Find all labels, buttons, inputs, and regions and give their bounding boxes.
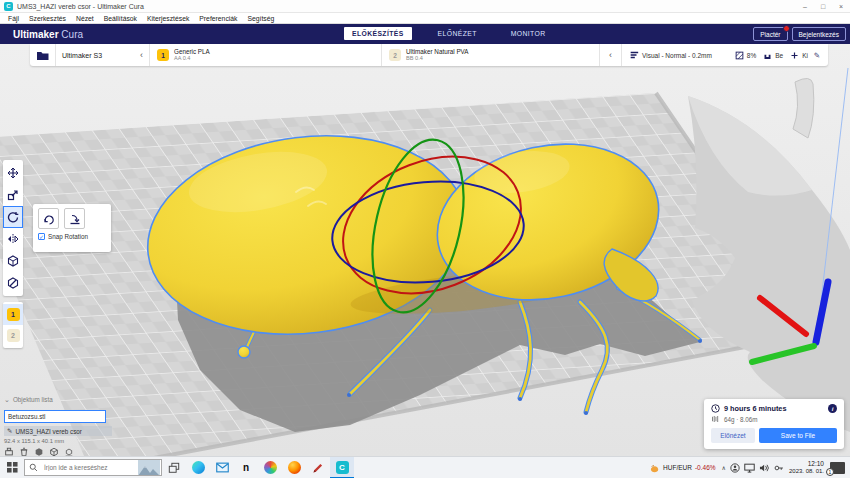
color-sphere-icon: [264, 461, 277, 474]
model-rename-input[interactable]: [4, 410, 106, 423]
support-blocker-icon: [7, 277, 19, 289]
move-tool-button[interactable]: [3, 162, 23, 184]
tab-prepare[interactable]: ELŐKÉSZÍTÉS: [344, 27, 412, 40]
extruder-1-selector[interactable]: 1 Generic PLA AA 0.4: [150, 44, 382, 66]
notification-center-button[interactable]: 1: [830, 462, 845, 474]
snap-rotation-checkbox[interactable]: ✓: [38, 233, 45, 240]
sign-in-button[interactable]: Bejelentkezés: [792, 27, 846, 41]
info-icon[interactable]: i: [828, 404, 837, 413]
selected-model-name: UMS3_HAZI vereb csor: [15, 428, 82, 435]
reset-rotation-button[interactable]: [38, 208, 59, 229]
taskbar-app-edge[interactable]: [186, 457, 210, 478]
adhesion-icon: [790, 51, 799, 60]
minimize-button[interactable]: –: [796, 3, 814, 10]
menu-extensions[interactable]: Kiterjesztések: [142, 15, 194, 22]
extruder-2-material: Ultimaker Natural PVA: [406, 48, 469, 55]
object-list-panel: ⌄ Objektum lista ✎ UMS3_HAZI vereb csor …: [4, 396, 116, 457]
profile-icon: [629, 50, 639, 60]
taskbar-clock[interactable]: 12:10 2023. 08. 01.: [789, 460, 824, 476]
preview-button[interactable]: Előnézet: [711, 428, 755, 443]
extruder-2-tool[interactable]: 2: [3, 325, 23, 346]
menu-file[interactable]: Fájl: [3, 15, 24, 22]
chevron-left-icon: ‹: [140, 51, 143, 60]
tab-monitor[interactable]: MONITOR: [503, 27, 554, 40]
menu-preferences[interactable]: Preferenciák: [194, 15, 242, 22]
maximize-button[interactable]: □: [814, 3, 832, 10]
extruder-2-badge: 2: [389, 49, 401, 61]
extruder-1-tool[interactable]: 1: [3, 304, 23, 325]
object-list-header[interactable]: ⌄ Objektum lista: [4, 396, 116, 403]
extruder-collapse-button[interactable]: ‹: [600, 44, 622, 66]
rotate-tool-button[interactable]: [3, 206, 23, 228]
move-icon: [7, 167, 19, 179]
material-spool-icon: [711, 415, 720, 423]
object-list-item[interactable]: ✎ UMS3_HAZI vereb csor: [4, 426, 112, 436]
per-model-settings-button[interactable]: [3, 250, 23, 272]
tab-preview[interactable]: ELŐNÉZET: [430, 27, 485, 40]
menu-settings[interactable]: Beállítások: [99, 15, 142, 22]
mirror-icon: [7, 233, 19, 245]
save-to-file-button[interactable]: Save to File: [759, 428, 837, 443]
key-icon[interactable]: [774, 463, 784, 473]
extruder-1-material: Generic PLA: [174, 48, 210, 55]
marketplace-button[interactable]: Piactér: [753, 27, 787, 41]
account-icon[interactable]: [730, 463, 740, 473]
extruder-sidebar: 1 2: [3, 302, 23, 348]
ticker-symbol: HUF/EUR: [663, 464, 692, 471]
print-settings-selector[interactable]: Visual - Normal - 0.2mm 8% Be Ki ✎: [622, 44, 828, 66]
printer-selector[interactable]: Ultimaker S3 ‹: [56, 44, 150, 66]
menu-view[interactable]: Nézet: [71, 15, 99, 22]
cura-app-icon: C: [4, 2, 13, 11]
speaker-icon[interactable]: [759, 463, 770, 473]
titlebar: C UMS3_HAZI vereb csor - Ultimaker Cura …: [0, 0, 850, 13]
extruder-2-selector[interactable]: 2 Ultimaker Natural PVA BB 0.4: [382, 44, 600, 66]
lay-flat-button[interactable]: [64, 208, 85, 229]
start-button[interactable]: [0, 457, 24, 478]
cura-taskbar-icon: C: [336, 461, 349, 474]
rename-pencil-icon: ✎: [7, 427, 12, 435]
brand-ultimaker: Ultimaker: [13, 29, 59, 40]
clock-time: 12:10: [789, 460, 824, 468]
firefox-icon: [288, 461, 301, 474]
taskbar-app-pen[interactable]: [306, 457, 330, 478]
edit-settings-icon[interactable]: ✎: [812, 51, 822, 60]
open-file-button[interactable]: [30, 44, 56, 66]
search-input[interactable]: [42, 463, 138, 472]
taskbar-app-firefox[interactable]: [282, 457, 306, 478]
news-ticker[interactable]: HUF/EUR -0.46%: [649, 463, 716, 473]
menu-edit[interactable]: Szerkesztés: [24, 15, 71, 22]
model-dimensions: 92.4 x 115.1 x 40.1 mm: [4, 438, 116, 444]
taskbar-app-cura-active[interactable]: C: [330, 457, 354, 478]
support-value: Be: [775, 52, 783, 59]
notification-badge: 1: [826, 468, 834, 476]
menu-help[interactable]: Segítség: [242, 15, 279, 22]
object-list-title: Objektum lista: [13, 396, 53, 403]
taskbar-search[interactable]: [24, 459, 162, 476]
tray-chevron-up-icon[interactable]: ∧: [722, 464, 726, 471]
marketplace-label: Piactér: [760, 31, 780, 38]
infill-icon: [735, 51, 744, 60]
scale-tool-button[interactable]: [3, 184, 23, 206]
display-icon[interactable]: [744, 463, 755, 473]
scale-icon: [7, 189, 19, 201]
clock-icon: [711, 404, 720, 413]
material-usage-estimate: 64g · 8.06m: [724, 416, 758, 423]
extruder-2-pin: 2: [7, 329, 20, 342]
task-view-button[interactable]: [162, 457, 186, 478]
profile-name: Visual - Normal - 0.2mm: [642, 52, 712, 59]
action-panel: 9 hours 6 minutes i 64g · 8.06m Előnézet…: [704, 399, 844, 449]
windows-taskbar: n C HUF/EUR -0.46% ∧ 12:10 2023. 08. 01.…: [0, 456, 850, 478]
ticker-change: -0.46%: [695, 464, 716, 471]
chevron-left-icon: ‹: [609, 51, 612, 60]
support-blocker-button[interactable]: [3, 272, 23, 294]
mirror-tool-button[interactable]: [3, 228, 23, 250]
lay-flat-icon: [69, 213, 81, 225]
rotate-icon: [7, 211, 19, 223]
taskbar-app-mail[interactable]: [210, 457, 234, 478]
market-ticker-icon: [649, 463, 660, 473]
taskbar-app-sphere[interactable]: [258, 457, 282, 478]
edge-icon: [192, 461, 205, 474]
close-button[interactable]: ×: [832, 3, 850, 10]
taskbar-app-n[interactable]: n: [234, 457, 258, 478]
viewport-3d[interactable]: Ultimaker S3 ‹ 1 Generic PLA AA 0.4 2 Ul…: [0, 44, 850, 456]
